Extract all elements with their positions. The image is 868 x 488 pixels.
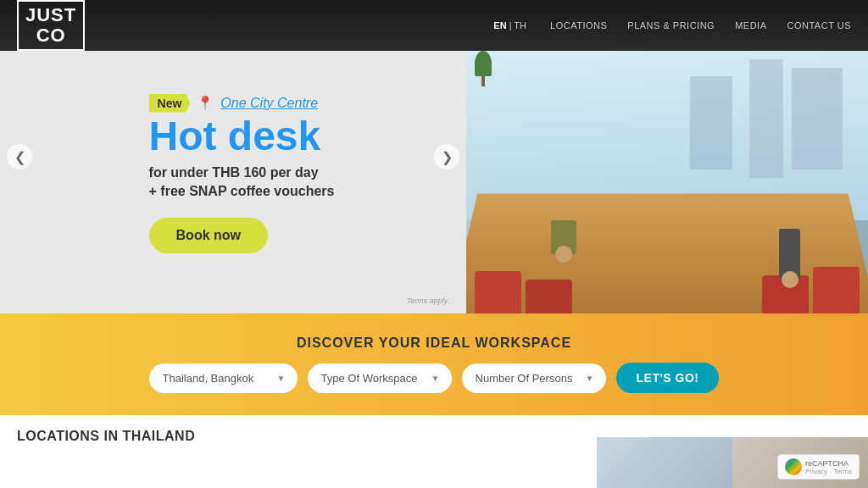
workspace-select-wrapper: Type Of Workspace Hot Desk Private Offic… [308,363,452,393]
nav-contact[interactable]: CONTACT US [787,20,852,30]
header: JUST CO EN | TH LOCATIONS PLANS & PRICIN… [0,0,868,51]
person-head-2 [782,271,798,288]
bottom-section: LOCATIONS IN THAILAND reCAPTCHA Privacy … [0,415,868,488]
chair [526,280,572,313]
language-switcher: EN | TH [493,20,526,30]
nav-plans-pricing[interactable]: PLANS & PRICING [627,20,715,30]
bottom-section-title: LOCATIONS IN THAILAND [17,429,195,444]
workspace-select[interactable]: Type Of Workspace Hot Desk Private Offic… [308,363,452,393]
thumbnail-1[interactable] [597,437,732,488]
discovery-section: DISCOVER YOUR IDEAL WORKSPACE Thailand, … [0,313,868,415]
hero-subtitle: for under THB 160 per day + free SNAP co… [149,164,335,202]
lang-en[interactable]: EN [493,20,506,30]
recaptcha-sub: Privacy - Terms [805,468,852,475]
location-select-wrapper: Thailand, Bangkok Thailand, Chiang Mai S… [149,363,298,393]
subtitle-line2: + free SNAP coffee vouchers [149,184,335,198]
building2 [749,59,783,178]
lang-th[interactable]: TH [514,20,526,30]
discovery-title: DISCOVER YOUR IDEAL WORKSPACE [297,336,571,351]
lets-go-button[interactable]: LET'S GO! [616,363,720,393]
pin-icon: 📍 [197,95,214,111]
plant-stem [481,76,485,86]
nav-right: EN | TH LOCATIONS PLANS & PRICING MEDIA … [493,20,851,30]
chairs-left [475,271,521,313]
discovery-controls: Thailand, Bangkok Thailand, Chiang Mai S… [149,363,720,393]
hero-title: Hot desk [149,116,335,157]
logo-line2: CO [25,25,76,46]
persons-select[interactable]: Number Of Persons 1 2-5 6-10 10+ [462,363,606,393]
main-nav: LOCATIONS PLANS & PRICING MEDIA CONTACT … [550,20,851,30]
chairs-left2 [526,280,572,313]
lang-separator: | [509,20,512,30]
logo[interactable]: JUST CO [17,0,85,51]
nav-media[interactable]: MEDIA [735,20,766,30]
person-head-1 [555,246,572,263]
building3 [690,76,732,169]
location-select[interactable]: Thailand, Bangkok Thailand, Chiang Mai S… [149,363,298,393]
prev-arrow[interactable]: ❮ [7,144,32,169]
plant [475,51,492,85]
chair [475,271,521,313]
building1 [792,68,843,169]
new-badge: New [149,94,191,113]
recaptcha-icon [785,458,802,475]
logo-line1: JUST [25,5,76,25]
book-now-button[interactable]: Book now [149,218,268,253]
persons-select-wrapper: Number Of Persons 1 2-5 6-10 10+ [462,363,606,393]
hero-content: New 📍 One City Centre Hot desk for under… [149,94,335,254]
person-1 [551,220,576,263]
recaptcha-label: reCAPTCHA [805,459,852,468]
chair [813,267,860,313]
terms-text: Terms apply. [406,297,449,305]
recaptcha-text: reCAPTCHA Privacy - Terms [805,459,852,475]
person-2 [779,229,800,288]
logo-image: JUST CO [17,0,85,51]
new-badge-row: New 📍 One City Centre [149,94,335,113]
nav-locations[interactable]: LOCATIONS [550,20,607,30]
subtitle-line1: for under THB 160 per day [149,165,319,180]
plant-leaves [475,51,492,76]
location-link[interactable]: One City Centre [220,96,318,111]
next-arrow[interactable]: ❯ [434,144,459,169]
chairs-right [813,267,860,313]
recaptcha-badge: reCAPTCHA Privacy - Terms [777,454,860,480]
